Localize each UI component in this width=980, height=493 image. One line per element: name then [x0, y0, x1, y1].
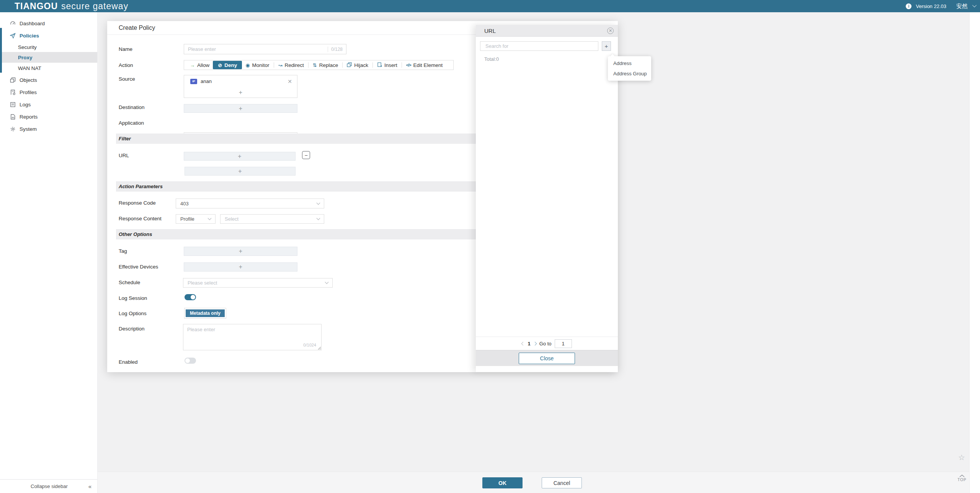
monitor-eye-icon: ◉	[245, 63, 250, 68]
brand-logo: TIANGOU secure gateway	[15, 0, 128, 12]
sidebar-item-wan-nat[interactable]: WAN NAT	[0, 63, 97, 73]
sidebar-item-proxy[interactable]: Proxy	[2, 52, 97, 63]
chevron-down-icon	[208, 216, 212, 220]
sidebar-item-system[interactable]: System	[0, 124, 97, 134]
action-allow[interactable]: → Allow	[186, 61, 213, 69]
enabled-label: Enabled	[119, 359, 138, 365]
chevron-down-icon	[317, 201, 320, 205]
action-monitor[interactable]: ◉ Monitor	[242, 61, 273, 69]
sidebar-item-policies[interactable]: Policies	[0, 30, 97, 41]
allow-arrow-icon: →	[190, 63, 195, 68]
url-panel-header: URL ✕	[476, 25, 618, 37]
log-options-group: Metadata only	[184, 308, 226, 319]
close-panel-icon[interactable]: ✕	[607, 28, 614, 34]
add-object-menu: Address Address Group	[608, 56, 651, 81]
action-edit-element[interactable]: </> Edit Element	[403, 61, 446, 69]
name-counter: 0/128	[328, 44, 343, 54]
source-member-box: IP anan ✕ +	[184, 75, 297, 98]
log-session-label: Log Session	[119, 295, 147, 301]
sidebar-item-profiles[interactable]: Profiles	[0, 87, 97, 98]
metadata-only-option[interactable]: Metadata only	[186, 309, 225, 317]
sidebar-item-label: Reports	[20, 114, 38, 120]
chevron-down-icon	[325, 280, 329, 284]
action-replace[interactable]: ⇅ Replace	[309, 61, 341, 69]
enabled-toggle[interactable]	[185, 358, 196, 364]
action-insert[interactable]: Insert	[374, 61, 401, 69]
favorite-star-icon[interactable]: ☆	[958, 453, 965, 462]
collapse-chevrons-icon: «	[88, 483, 91, 490]
version-label: Version 22.03	[916, 3, 946, 9]
action-deny[interactable]: ⊘ Deny	[213, 61, 242, 69]
destination-add-button[interactable]: +	[184, 104, 297, 113]
sidebar-item-dashboard[interactable]: Dashboard	[0, 18, 97, 29]
source-add-button[interactable]: +	[184, 87, 297, 98]
top-header-bar: TIANGOU secure gateway i Version 22.03 安…	[0, 0, 980, 12]
menu-item-address[interactable]: Address	[608, 58, 651, 68]
back-to-top[interactable]: TOP	[956, 475, 968, 482]
sidebar-item-label: Dashboard	[20, 21, 45, 26]
response-code-select[interactable]: 403	[176, 199, 324, 208]
effective-devices-add-button[interactable]: +	[184, 262, 297, 272]
tag-label: Tag	[119, 248, 127, 254]
deny-icon: ⊘	[218, 63, 222, 68]
name-label: Name	[119, 46, 132, 52]
sidebar-item-reports[interactable]: Reports	[0, 111, 97, 122]
tag-add-button[interactable]: +	[184, 247, 297, 256]
name-field-wrap: 0/128	[184, 44, 346, 54]
info-icon[interactable]: i	[906, 3, 911, 9]
sidebar-item-logs[interactable]: Logs	[0, 99, 97, 110]
profiles-icon	[10, 89, 16, 95]
schedule-select[interactable]: Please select	[183, 278, 333, 288]
menu-item-address-group[interactable]: Address Group	[608, 68, 651, 79]
sidebar-item-label: Profiles	[20, 89, 37, 95]
policies-icon	[10, 33, 16, 39]
collapse-sidebar[interactable]: Collapse sidebar «	[0, 479, 97, 493]
sidebar-item-label: Logs	[20, 102, 31, 107]
sidebar-item-security[interactable]: Security	[0, 42, 97, 52]
remove-source-icon[interactable]: ✕	[287, 79, 292, 84]
effective-devices-label: Effective Devices	[119, 264, 158, 270]
source-label: Source	[119, 76, 135, 82]
action-options-bar: → Allow ⊘ Deny ◉ Monitor ↝ Redirect ⇅ Re…	[184, 60, 454, 70]
response-content-type-select[interactable]: Profile	[176, 214, 216, 224]
remove-filter-row-button[interactable]: −	[302, 151, 310, 159]
replace-arrows-icon: ⇅	[313, 63, 317, 68]
close-button[interactable]: Close	[519, 353, 575, 364]
goto-page-input[interactable]	[555, 339, 572, 348]
description-field-wrap: 0/1024	[183, 324, 322, 350]
right-scroll-strip	[969, 12, 980, 493]
reports-icon	[10, 114, 16, 120]
ok-button[interactable]: OK	[482, 477, 523, 488]
destination-label: Destination	[119, 104, 145, 110]
sidebar-item-objects[interactable]: Objects	[0, 75, 97, 85]
collapse-sidebar-label: Collapse sidebar	[31, 483, 68, 489]
action-redirect[interactable]: ↝ Redirect	[275, 61, 307, 69]
chevron-down-icon	[317, 216, 320, 220]
chevron-down-icon[interactable]	[972, 3, 977, 7]
total-count: Total:0	[484, 56, 499, 62]
next-page-icon[interactable]	[533, 342, 537, 346]
code-brackets-icon: </>	[406, 63, 411, 67]
description-textarea[interactable]	[183, 324, 322, 350]
user-menu[interactable]: 安然	[956, 3, 968, 10]
application-label: Application	[119, 120, 144, 126]
sidebar-item-label: Policies	[20, 33, 39, 39]
action-parameters-section-header: Action Parameters	[116, 181, 476, 192]
cancel-button[interactable]: Cancel	[542, 477, 582, 488]
add-filter-row-button[interactable]: +	[185, 167, 296, 176]
name-input[interactable]	[184, 44, 346, 54]
create-policy-dialog: Create Policy Name 0/128 Action → Allow …	[107, 21, 618, 372]
add-url-object-button[interactable]: +	[602, 41, 611, 51]
url-search-input[interactable]	[480, 41, 598, 51]
source-chip-row: IP anan ✕	[184, 75, 297, 87]
current-page[interactable]: 1	[528, 341, 530, 347]
response-content-profile-select[interactable]: Select	[220, 214, 324, 224]
description-label: Description	[119, 326, 145, 332]
url-field-label: URL	[119, 153, 129, 158]
action-hijack[interactable]: Hijack	[343, 61, 372, 69]
prev-page-icon[interactable]	[521, 342, 525, 346]
url-add-button[interactable]: +	[184, 152, 296, 161]
log-session-toggle[interactable]	[185, 294, 196, 300]
pagination: 1 Go to	[476, 339, 618, 348]
filter-section-header: Filter	[116, 133, 476, 144]
